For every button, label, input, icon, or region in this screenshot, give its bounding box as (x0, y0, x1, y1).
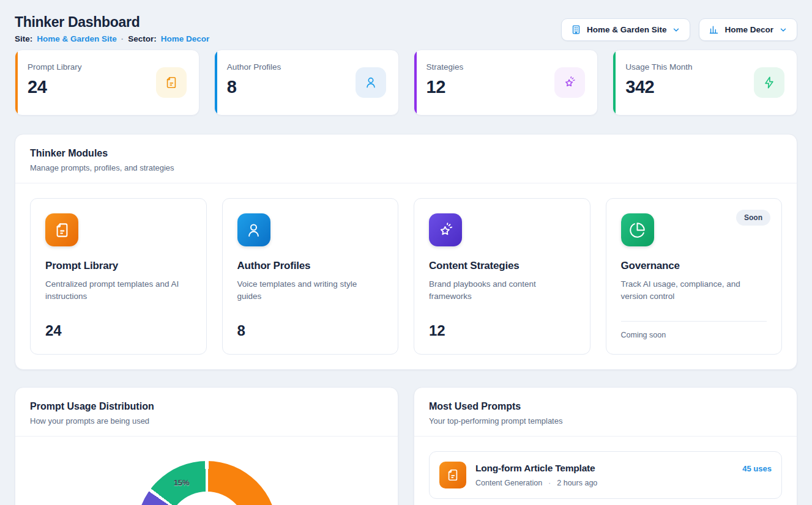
module-description: Brand playbooks and content frameworks (429, 278, 572, 303)
header-actions: Home & Garden Site Home Decor (561, 18, 797, 41)
user-icon (237, 213, 270, 246)
lightning-icon (754, 67, 784, 98)
stats-row: Prompt Library 24 Author Profiles 8 Stra… (15, 50, 797, 116)
thinker-modules-panel: Thinker Modules Manage prompts, profiles… (15, 134, 797, 370)
document-icon (156, 67, 187, 98)
usage-panel-title: Prompt Usage Distribution (30, 401, 383, 412)
modules-header: Thinker Modules Manage prompts, profiles… (15, 135, 797, 183)
modules-title: Thinker Modules (30, 148, 782, 159)
module-card-author-profiles[interactable]: Author Profiles Voice templates and writ… (222, 198, 399, 355)
module-count: 8 (237, 322, 384, 339)
usage-distribution-panel: Prompt Usage Distribution How your promp… (15, 387, 398, 505)
document-icon (45, 213, 78, 246)
page-title: Thinker Dashboard (15, 13, 209, 31)
module-description: Centralized prompt templates and AI inst… (45, 278, 188, 303)
prompt-time: 2 hours ago (557, 479, 597, 487)
prompt-uses-badge: 45 uses (742, 462, 772, 473)
stat-card-author-profiles: Author Profiles 8 (214, 50, 399, 116)
dot-separator: · (548, 479, 551, 487)
pie-chart-icon (621, 213, 654, 246)
page-header: Thinker Dashboard Site: Home & Garden Si… (15, 13, 797, 43)
module-title: Governance (621, 260, 767, 272)
chevron-down-icon (672, 26, 680, 34)
site-selector-label: Home & Garden Site (587, 25, 667, 34)
modules-subtitle: Manage prompts, profiles, and strategies (30, 163, 782, 172)
site-link[interactable]: Home & Garden Site (37, 34, 117, 43)
bottom-row: Prompt Usage Distribution How your promp… (15, 387, 797, 505)
accent-bar (215, 50, 217, 115)
module-description: Voice templates and writing style guides (237, 278, 381, 303)
building-icon (571, 24, 581, 35)
usage-donut-chart[interactable]: 15% (136, 461, 277, 505)
accent-bar (414, 50, 417, 115)
user-icon (356, 67, 386, 98)
sparkle-star-icon (554, 67, 585, 98)
chart-area: 15% (15, 461, 398, 505)
accent-bar (613, 50, 616, 115)
stat-card-strategies: Strategies 12 (414, 50, 598, 116)
module-title: Author Profiles (237, 260, 384, 272)
dot-separator: · (121, 34, 124, 43)
prompts-panel-subtitle: Your top-performing prompt templates (429, 416, 782, 426)
divider (621, 321, 767, 322)
prompts-panel-title: Most Used Prompts (429, 401, 782, 412)
most-used-prompts-panel: Most Used Prompts Your top-performing pr… (414, 387, 797, 505)
sector-link[interactable]: Home Decor (161, 34, 210, 43)
module-card-governance[interactable]: Soon Governance Track AI usage, complian… (606, 198, 783, 355)
prompt-list-item[interactable]: Long-form Article Template Content Gener… (429, 451, 782, 499)
document-icon (439, 462, 466, 488)
prompts-panel-header: Most Used Prompts Your top-performing pr… (414, 388, 797, 437)
coming-soon-text: Coming soon (621, 331, 767, 339)
sector-label: Sector: (128, 34, 157, 43)
module-count: 24 (45, 322, 192, 339)
usage-panel-subtitle: How your prompts are being used (30, 416, 383, 426)
prompt-category: Content Generation (475, 479, 542, 487)
module-footer: Coming soon (621, 321, 767, 339)
dashboard-page: Thinker Dashboard Site: Home & Garden Si… (0, 0, 812, 505)
accent-bar (15, 50, 18, 115)
module-title: Prompt Library (45, 260, 192, 272)
sector-selector-label: Home Decor (724, 25, 773, 34)
module-title: Content Strategies (429, 260, 575, 272)
usage-panel-header: Prompt Usage Distribution How your promp… (15, 388, 398, 437)
stat-card-usage: Usage This Month 342 (613, 50, 797, 116)
module-card-content-strategies[interactable]: Content Strategies Brand playbooks and c… (414, 198, 590, 355)
header-left: Thinker Dashboard Site: Home & Garden Si… (15, 13, 209, 43)
module-description: Track AI usage, compliance, and version … (621, 278, 764, 303)
chevron-down-icon (779, 26, 788, 34)
module-count: 12 (429, 322, 575, 339)
prompt-title: Long-form Article Template (475, 463, 597, 474)
sparkle-star-icon (429, 213, 462, 246)
site-label: Site: (15, 34, 32, 43)
sector-selector-button[interactable]: Home Decor (699, 18, 797, 41)
soon-badge: Soon (736, 210, 770, 226)
bar-chart-icon (709, 24, 719, 35)
prompt-meta: Content Generation · 2 hours ago (475, 479, 597, 487)
breadcrumb: Site: Home & Garden Site · Sector: Home … (15, 34, 209, 43)
stat-card-prompt-library: Prompt Library 24 (15, 50, 199, 116)
site-selector-button[interactable]: Home & Garden Site (561, 18, 691, 41)
modules-grid: Prompt Library Centralized prompt templa… (15, 183, 797, 369)
module-card-prompt-library[interactable]: Prompt Library Centralized prompt templa… (30, 198, 207, 355)
donut-percent-label: 15% (174, 477, 190, 487)
prompt-item-body: Long-form Article Template Content Gener… (475, 462, 597, 487)
